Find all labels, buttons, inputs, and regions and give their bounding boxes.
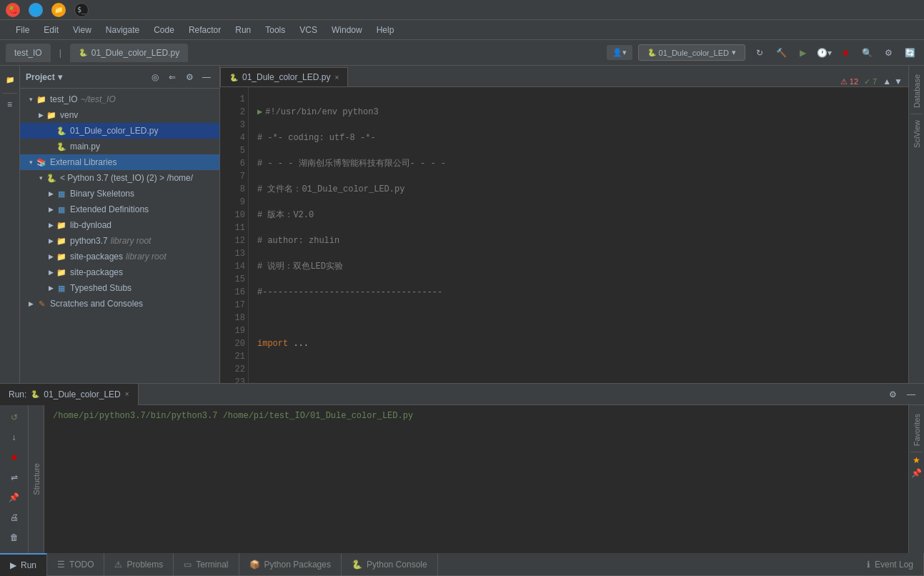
tree-external-libs[interactable]: ▾ 📚 External Libraries (20, 154, 219, 170)
tree-led-file[interactable]: ▶ 🐍 01_Dule_color_LED.py (20, 123, 219, 139)
tree-site-packages-root[interactable]: ▶ 📁 site-packages library root (20, 249, 219, 264)
menu-edit[interactable]: Edit (36, 22, 66, 38)
run-tab-item[interactable]: Run: 🐍 01_Dule_color_LED × (0, 384, 139, 405)
raspberry-icon[interactable]: 🍓 (6, 3, 20, 17)
panel-hide-icon[interactable]: — (199, 70, 214, 84)
structure-label[interactable]: Structure (32, 463, 41, 495)
menu-code[interactable]: Code (146, 22, 182, 38)
tab-run[interactable]: ▶ Run (0, 553, 47, 576)
scratches-arrow[interactable]: ▶ (26, 300, 36, 307)
pycharm-update-icon[interactable]: 🔄 (901, 44, 918, 61)
scroll-end-btn[interactable]: ↓ (6, 429, 22, 445)
menu-navigate[interactable]: Navigate (99, 22, 146, 38)
run-config-selector[interactable]: 🐍 01_Dule_color_LED ▾ (638, 44, 745, 61)
menu-view[interactable]: View (66, 22, 99, 38)
panel-settings-btn[interactable]: ⚙ (885, 387, 900, 402)
menu-help[interactable]: Help (369, 22, 402, 38)
root-expand-arrow[interactable]: ▾ (26, 96, 36, 103)
tree-extended-defs[interactable]: ▶ ▦ Extended Definitions (20, 202, 219, 217)
refresh-button[interactable]: ↻ (751, 44, 768, 61)
panel-minimize-btn[interactable]: — (904, 387, 918, 402)
tree-root[interactable]: ▾ 📁 test_IO ~/test_IO (20, 91, 219, 107)
venv-arrow[interactable]: ▶ (36, 111, 46, 119)
panel-settings-icon[interactable]: ⚙ (182, 70, 197, 84)
locate-icon[interactable]: ◎ (148, 70, 162, 84)
collapse-all-icon[interactable]: ⇐ (165, 70, 179, 84)
globe-icon[interactable]: 🌐 (29, 3, 43, 17)
ext-libs-arrow[interactable]: ▾ (26, 159, 36, 166)
folder-icon[interactable]: 📁 (51, 3, 66, 17)
editor-tab-led[interactable]: 🐍 01_Dule_color_LED.py × (220, 67, 348, 86)
binary-arrow[interactable]: ▶ (46, 190, 56, 197)
tree-binary-skeletons[interactable]: ▶ ▦ Binary Skeletons (20, 186, 219, 202)
tab-problems[interactable]: ⚠ Problems (104, 553, 174, 576)
lib-dynload-arrow[interactable]: ▶ (46, 222, 56, 229)
editor-tab-close[interactable]: × (334, 74, 339, 81)
typeshed-arrow[interactable]: ▶ (46, 284, 56, 292)
build-button[interactable]: 🔨 (773, 44, 790, 61)
sidebar-commit-icon[interactable]: ≡ (2, 96, 18, 112)
code-line-4: # 文件名：01_Dule_color_LED.py (257, 183, 900, 196)
settings-button[interactable]: ⚙ (880, 44, 897, 61)
tab-terminal[interactable]: ▭ Terminal (174, 553, 239, 576)
menu-tools[interactable]: Tools (258, 22, 292, 38)
tab-python-packages[interactable]: 📦 Python Packages (239, 553, 342, 576)
ext-defs-arrow[interactable]: ▶ (46, 206, 56, 213)
menu-refactor[interactable]: Refactor (182, 22, 228, 38)
line-num-18: 18 (223, 312, 245, 324)
tab-event-log[interactable]: ℹ Event Log (857, 553, 924, 576)
favorites-pin-icon[interactable]: 📌 (911, 468, 922, 478)
clock-button[interactable]: 🕐▾ (815, 44, 833, 61)
menu-file[interactable]: File (9, 22, 36, 38)
nav-down-arrow[interactable]: ▼ (894, 76, 903, 86)
tree-venv[interactable]: ▶ 📁 venv (20, 107, 219, 123)
database-panel-label[interactable]: Database (910, 71, 924, 111)
run-output[interactable]: /home/pi/python3.7/bin/python3.7 /home/p… (44, 405, 908, 553)
search-button[interactable]: 🔍 (858, 44, 875, 61)
run-tab-header: Run: 🐍 01_Dule_color_LED × ⚙ — (0, 384, 924, 405)
python-env-arrow[interactable]: ▾ (36, 174, 46, 182)
favorites-label[interactable]: Favorites (910, 411, 924, 449)
run-tab-close[interactable]: × (125, 390, 129, 398)
binary-icon: ▦ (56, 188, 67, 199)
sidebar-project-icon[interactable]: 📁 (2, 71, 18, 87)
site-pkg-arrow[interactable]: ▶ (46, 269, 56, 276)
stop-button[interactable]: ■ (837, 44, 854, 61)
sciview-panel-label[interactable]: SciView (910, 117, 924, 151)
tree-site-packages[interactable]: ▶ 📁 site-packages (20, 264, 219, 280)
typeshed-label: Typeshed Stubs (70, 283, 131, 293)
menu-vcs[interactable]: VCS (292, 22, 324, 38)
site-pkg-root-arrow[interactable]: ▶ (46, 253, 56, 260)
tree-python37[interactable]: ▶ 📁 python3.7 library root (20, 233, 219, 249)
tree-python-env[interactable]: ▾ 🐍 < Python 3.7 (test_IO) (2) > /home/ (20, 170, 219, 186)
line-num-2: 2 (223, 106, 245, 119)
stop-run-btn[interactable]: ■ (6, 450, 22, 465)
code-content[interactable]: ▶#!/usr/bin/env python3 # -*- coding: ut… (249, 87, 908, 383)
tree-typeshed[interactable]: ▶ ▦ Typeshed Stubs (20, 280, 219, 296)
favorites-star-icon[interactable]: ★ (913, 455, 920, 465)
menu-window[interactable]: Window (324, 22, 369, 38)
run-tab-text: Run (21, 560, 36, 570)
project-dropdown[interactable]: Project ▾ (26, 72, 62, 82)
terminal-icon[interactable]: $_ (74, 3, 89, 17)
toolbar-actions: ↻ 🔨 ▶ 🕐▾ ■ 🔍 ⚙ 🔄 (751, 44, 918, 61)
pin-btn[interactable]: 📌 (6, 490, 22, 505)
menu-run[interactable]: Run (228, 22, 258, 38)
wrap-btn[interactable]: ⇌ (6, 470, 22, 485)
clear-btn[interactable]: 🗑 (6, 530, 22, 545)
tree-lib-dynload[interactable]: ▶ 📁 lib-dynload (20, 217, 219, 233)
warning-icon: ⚠ (840, 77, 848, 86)
code-line-7: # 说明：双色LED实验 (257, 260, 900, 273)
python37-arrow[interactable]: ▶ (46, 237, 56, 244)
tree-scratches[interactable]: ▶ ✎ Scratches and Consoles (20, 296, 219, 312)
tab-todo[interactable]: ☰ TODO (47, 553, 104, 576)
tab-python-console[interactable]: 🐍 Python Console (342, 553, 438, 576)
profile-button[interactable]: 👤▾ (607, 45, 632, 60)
tree-main-file[interactable]: ▶ 🐍 main.py (20, 139, 219, 154)
project-tab[interactable]: test_IO (6, 44, 51, 62)
rerun-btn[interactable]: ↺ (6, 409, 22, 425)
nav-up-arrow[interactable]: ▲ (883, 76, 891, 86)
run-button[interactable]: ▶ (794, 44, 811, 61)
print-btn[interactable]: 🖨 (6, 510, 22, 525)
file-tab[interactable]: 🐍 01_Dule_color_LED.py (70, 44, 188, 62)
